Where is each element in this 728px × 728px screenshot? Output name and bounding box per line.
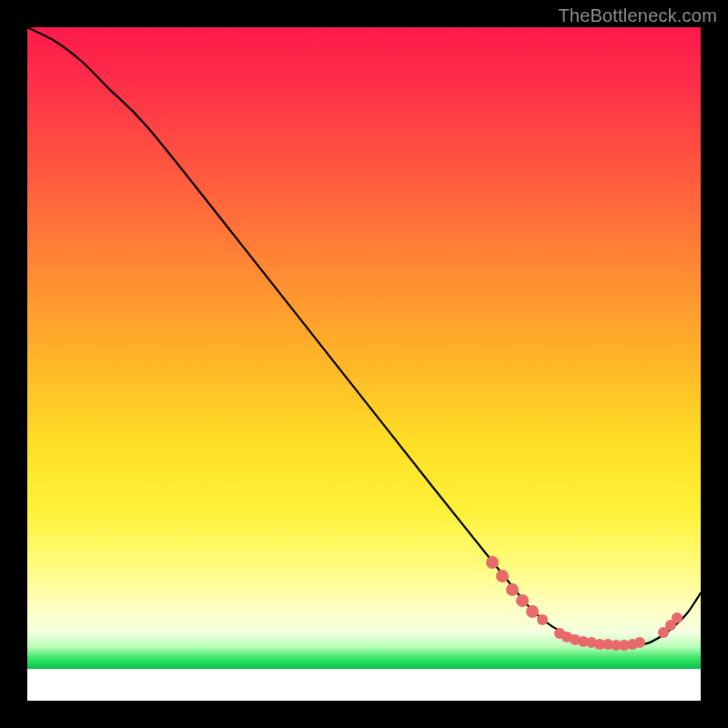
data-marker: [537, 614, 548, 625]
data-marker: [486, 556, 499, 569]
data-marker: [672, 612, 682, 623]
marker-layer: [27, 27, 701, 701]
data-marker: [506, 583, 519, 596]
plot-area: [27, 27, 701, 701]
chart-stage: TheBottleneck.com: [0, 0, 728, 728]
data-marker: [634, 637, 645, 648]
watermark-text: TheBottleneck.com: [558, 5, 717, 26]
data-marker: [526, 605, 539, 618]
data-marker: [496, 570, 509, 582]
data-marker: [516, 594, 529, 607]
